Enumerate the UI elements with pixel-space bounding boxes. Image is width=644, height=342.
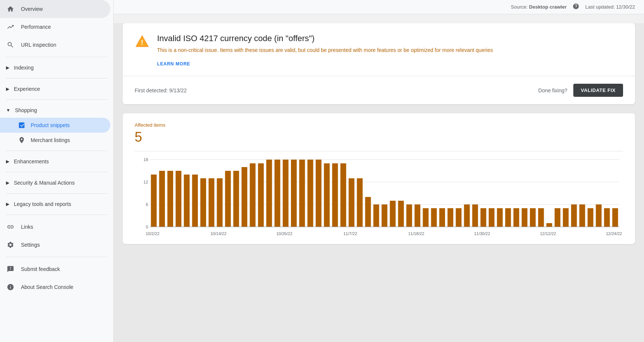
- svg-rect-38: [381, 204, 387, 227]
- chart-container: 06121810/2/2210/14/2210/26/2211/7/2211/1…: [135, 156, 623, 238]
- sidebar-experience-label: Experience: [14, 86, 40, 92]
- sidebar: Overview Performance URL inspection ▶ In…: [0, 0, 114, 342]
- svg-text:!: !: [141, 39, 143, 46]
- sidebar-item-links[interactable]: Links: [0, 218, 110, 236]
- svg-rect-16: [200, 178, 206, 227]
- sidebar-item-performance[interactable]: Performance: [0, 18, 110, 36]
- svg-text:12/12/22: 12/12/22: [540, 231, 556, 236]
- svg-rect-55: [522, 208, 527, 227]
- divider-8: [6, 257, 107, 257]
- sidebar-security-label: Security & Manual Actions: [14, 180, 75, 186]
- svg-rect-31: [324, 163, 329, 227]
- sidebar-item-settings[interactable]: Settings: [0, 236, 110, 254]
- sidebar-links-label: Links: [21, 224, 33, 230]
- merchant-icon: [18, 136, 25, 144]
- done-fixing-label: Done fixing?: [538, 87, 567, 93]
- sidebar-section-shopping[interactable]: ▼ Shopping: [0, 103, 113, 118]
- divider-3: [6, 99, 107, 100]
- svg-rect-40: [398, 201, 404, 227]
- issue-footer: First detected: 9/13/22 Done fixing? VAL…: [123, 76, 635, 104]
- chevron-right-icon-3: ▶: [6, 159, 9, 164]
- sidebar-item-overview[interactable]: Overview: [0, 0, 110, 18]
- settings-icon: [6, 240, 15, 249]
- bar-chart: 06121810/2/2210/14/2210/26/2211/7/2211/1…: [135, 156, 623, 238]
- svg-rect-54: [513, 208, 519, 227]
- footer-right: Done fixing? VALIDATE FIX: [538, 84, 623, 97]
- links-icon: [6, 222, 15, 231]
- validate-fix-button[interactable]: VALIDATE FIX: [573, 84, 623, 97]
- sidebar-shopping-label: Shopping: [15, 107, 37, 113]
- sidebar-item-merchant-listings[interactable]: Merchant listings: [0, 133, 110, 148]
- svg-rect-39: [390, 201, 395, 227]
- chevron-right-icon: ▶: [6, 65, 9, 70]
- info-icon: [6, 283, 15, 292]
- sidebar-submit-feedback-label: Submit feedback: [21, 266, 60, 272]
- sidebar-section-enhancements[interactable]: ▶ Enhancements: [0, 154, 113, 169]
- svg-text:11/30/22: 11/30/22: [474, 231, 490, 236]
- svg-text:10/26/22: 10/26/22: [276, 231, 292, 236]
- sidebar-item-url-inspection[interactable]: URL inspection: [0, 36, 110, 54]
- svg-rect-13: [176, 171, 181, 227]
- svg-text:11/7/22: 11/7/22: [343, 231, 357, 236]
- svg-rect-42: [414, 204, 420, 227]
- trending-icon: [6, 22, 15, 31]
- svg-text:10/2/22: 10/2/22: [145, 231, 159, 236]
- svg-rect-19: [225, 171, 231, 227]
- sidebar-section-experience[interactable]: ▶ Experience: [0, 81, 113, 96]
- chevron-right-icon-5: ▶: [6, 201, 9, 207]
- svg-text:12: 12: [144, 180, 148, 184]
- sidebar-merchant-listings-label: Merchant listings: [31, 137, 70, 143]
- svg-rect-63: [588, 208, 593, 227]
- sidebar-about-label: About Search Console: [21, 284, 73, 290]
- issue-content: Invalid ISO 4217 currency code (in "offe…: [157, 34, 623, 67]
- divider-7: [6, 215, 107, 215]
- content-area: ! Invalid ISO 4217 currency code (in "of…: [114, 23, 644, 342]
- affected-count: 5: [135, 129, 623, 145]
- issue-description: This is a non-critical issue. Items with…: [157, 46, 623, 54]
- svg-rect-58: [546, 223, 552, 227]
- sidebar-item-about[interactable]: About Search Console: [0, 278, 110, 296]
- svg-text:11/18/22: 11/18/22: [408, 231, 424, 236]
- help-icon[interactable]: [573, 3, 579, 11]
- sidebar-item-submit-feedback[interactable]: Submit feedback: [0, 260, 110, 278]
- warning-icon: !: [135, 34, 150, 49]
- divider-2: [6, 78, 107, 78]
- svg-rect-66: [612, 208, 618, 227]
- divider-6: [6, 193, 107, 194]
- divider-5: [6, 172, 107, 172]
- svg-rect-44: [431, 208, 437, 227]
- svg-rect-24: [266, 160, 272, 227]
- svg-rect-15: [192, 175, 198, 227]
- sidebar-section-indexing[interactable]: ▶ Indexing: [0, 60, 113, 75]
- sidebar-section-security[interactable]: ▶ Security & Manual Actions: [0, 175, 113, 190]
- product-snippets-icon: [18, 121, 25, 129]
- issue-header: ! Invalid ISO 4217 currency code (in "of…: [123, 23, 635, 76]
- sidebar-settings-label: Settings: [21, 242, 40, 248]
- last-updated: Last updated: 12/30/22: [585, 4, 635, 10]
- chart-area: Affected items 5 06121810/2/2210/14/2210…: [123, 113, 635, 244]
- svg-rect-26: [283, 160, 288, 227]
- sidebar-item-product-snippets[interactable]: Product snippets: [0, 118, 110, 133]
- svg-text:12/24/22: 12/24/22: [606, 231, 622, 236]
- affected-label: Affected items: [135, 122, 623, 128]
- svg-rect-10: [151, 175, 156, 227]
- svg-rect-28: [299, 160, 305, 227]
- svg-rect-65: [604, 208, 610, 227]
- svg-rect-52: [497, 208, 503, 227]
- svg-rect-59: [555, 208, 560, 227]
- svg-rect-64: [596, 204, 601, 227]
- top-bar: Source: Desktop crawler Last updated: 12…: [114, 0, 644, 14]
- home-icon: [6, 4, 15, 13]
- issue-card: ! Invalid ISO 4217 currency code (in "of…: [123, 23, 635, 104]
- divider-1: [6, 57, 107, 57]
- search-icon: [6, 40, 15, 49]
- svg-rect-30: [316, 160, 321, 227]
- sidebar-section-legacy[interactable]: ▶ Legacy tools and reports: [0, 197, 113, 212]
- svg-rect-22: [250, 163, 255, 227]
- learn-more-button[interactable]: LEARN MORE: [157, 61, 190, 67]
- svg-rect-46: [448, 208, 453, 227]
- issue-title: Invalid ISO 4217 currency code (in "offe…: [157, 34, 623, 43]
- feedback-icon: [6, 265, 15, 274]
- svg-rect-36: [365, 197, 371, 227]
- svg-rect-51: [489, 208, 494, 227]
